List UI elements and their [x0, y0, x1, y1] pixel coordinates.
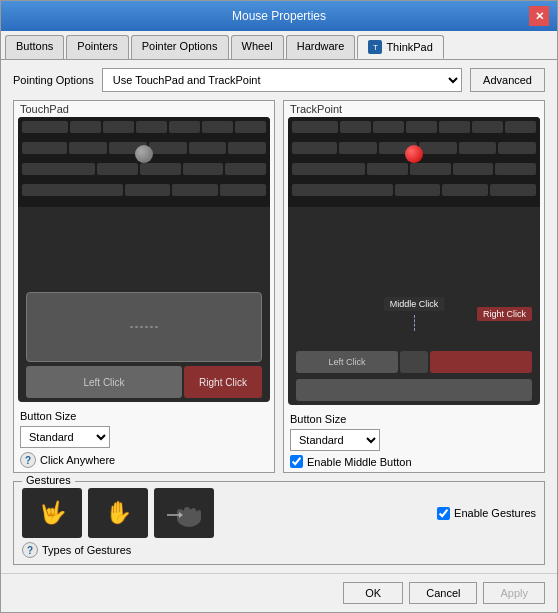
- trackpoint-btn-size-label: Button Size: [290, 413, 538, 425]
- trackpoint-left-btn: Left Click: [296, 351, 398, 373]
- pointing-options-label: Pointing Options: [13, 74, 94, 86]
- svg-rect-5: [197, 510, 201, 520]
- touchpad-visual: Left Click Right Click: [18, 117, 270, 402]
- touchpad-buttons: Left Click Right Click: [26, 366, 262, 398]
- svg-rect-4: [191, 508, 196, 520]
- touchpad-panel: TouchPad: [13, 100, 275, 473]
- right-click-callout: Right Click: [477, 307, 532, 321]
- cancel-button[interactable]: Cancel: [409, 582, 477, 604]
- close-button[interactable]: ✕: [529, 6, 549, 26]
- touchpad-btn-size-label: Button Size: [20, 410, 268, 422]
- touchpad-nub: [135, 145, 153, 163]
- trackpoint-middle-btn: [400, 351, 428, 373]
- enable-middle-label: Enable Middle Button: [307, 456, 412, 468]
- thinkpad-icon: T: [368, 40, 382, 54]
- trackpoint-button-area: Middle Click Right Click: [296, 297, 532, 401]
- tab-buttons[interactable]: Buttons: [5, 35, 64, 59]
- click-anywhere-label: Click Anywhere: [40, 454, 115, 466]
- advanced-button[interactable]: Advanced: [470, 68, 545, 92]
- touchpad-right-click: Right Click: [184, 366, 262, 398]
- tab-wheel[interactable]: Wheel: [231, 35, 284, 59]
- gestures-help-row: ? Types of Gestures: [22, 542, 536, 558]
- touchpad-left-click: Left Click: [26, 366, 182, 398]
- middle-click-line: [414, 315, 415, 331]
- enable-gestures-label: Enable Gestures: [454, 507, 536, 519]
- main-content: Pointing Options Use TouchPad and TrackP…: [1, 60, 557, 573]
- trackpoint-right-btn: [430, 351, 532, 373]
- apply-button[interactable]: Apply: [483, 582, 545, 604]
- window-title: Mouse Properties: [29, 9, 529, 23]
- gesture-rotate-img: 🤟: [22, 488, 82, 538]
- touchpad-btn-size-dropdown[interactable]: Standard: [20, 426, 110, 448]
- touchpad-surface: [26, 292, 262, 362]
- trackpoint-dot: [405, 145, 423, 163]
- enable-gestures-row: Enable Gestures: [437, 507, 536, 520]
- tab-hardware[interactable]: Hardware: [286, 35, 356, 59]
- tab-pointer-options[interactable]: Pointer Options: [131, 35, 229, 59]
- tab-pointers[interactable]: Pointers: [66, 35, 128, 59]
- enable-middle-checkbox[interactable]: [290, 455, 303, 468]
- svg-rect-3: [184, 507, 190, 520]
- click-anywhere-row: ? Click Anywhere: [20, 452, 268, 468]
- pointing-dropdown[interactable]: Use TouchPad and TrackPoint: [102, 68, 462, 92]
- trackpoint-visual: Middle Click Right Click: [288, 117, 540, 405]
- gestures-help-label: Types of Gestures: [42, 544, 131, 556]
- middle-click-callout: Middle Click: [384, 297, 445, 311]
- trackpoint-panel: TrackPoint: [283, 100, 545, 473]
- enable-middle-row: Enable Middle Button: [290, 455, 538, 468]
- enable-gestures-checkbox[interactable]: [437, 507, 450, 520]
- gestures-title: Gestures: [22, 474, 75, 486]
- gestures-help-icon[interactable]: ?: [22, 542, 38, 558]
- footer: OK Cancel Apply: [1, 573, 557, 612]
- panels-row: TouchPad: [13, 100, 545, 473]
- mouse-properties-window: Mouse Properties ✕ Buttons Pointers Poin…: [0, 0, 558, 613]
- pointing-dropdown-container: Use TouchPad and TrackPoint: [102, 68, 462, 92]
- title-bar: Mouse Properties ✕: [1, 1, 557, 31]
- gesture-swipe-img: [154, 488, 214, 538]
- trackpoint-btn-size-dropdown[interactable]: Standard: [290, 429, 380, 451]
- click-anywhere-help-icon[interactable]: ?: [20, 452, 36, 468]
- tab-thinkpad[interactable]: T ThinkPad: [357, 35, 443, 59]
- trackpoint-pad: [296, 379, 532, 401]
- gestures-section: Gestures 🤟 ✋: [13, 481, 545, 565]
- pointing-options-row: Pointing Options Use TouchPad and TrackP…: [13, 68, 545, 92]
- ok-button[interactable]: OK: [343, 582, 403, 604]
- trackpoint-title: TrackPoint: [284, 101, 544, 117]
- tab-bar: Buttons Pointers Pointer Options Wheel H…: [1, 31, 557, 60]
- touchpad-title: TouchPad: [14, 101, 274, 117]
- gesture-multitouch-img: ✋: [88, 488, 148, 538]
